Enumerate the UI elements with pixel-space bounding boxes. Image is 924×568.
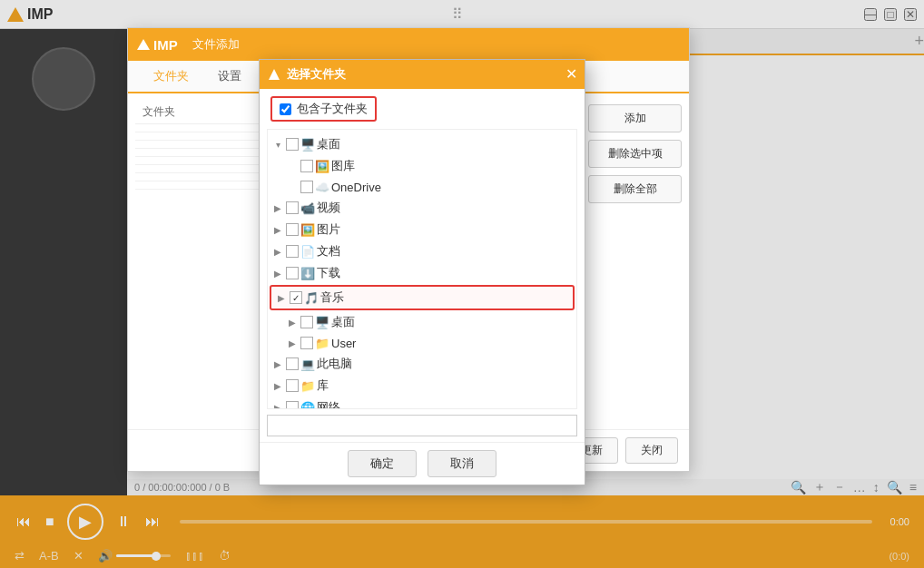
tree-label-desktop2: 桌面 [331,314,355,330]
expand-icon-downloads[interactable]: ▶ [271,269,284,279]
tree-checkbox-documents[interactable] [286,245,299,258]
tree-item-music[interactable]: ▶🎵音乐 [270,285,575,310]
tree-item-downloads[interactable]: ▶⬇️下载 [268,262,576,284]
expand-icon-music[interactable]: ▶ [275,293,288,303]
tree-icon-music: 🎵 [304,290,319,305]
expand-icon-network[interactable]: ▶ [271,403,284,410]
dialog-logo-text: IMP [153,37,178,53]
sf-close-button[interactable]: ✕ [565,67,577,82]
tree-label-network: 网络 [317,399,340,409]
tree-label-library: 库 [317,377,329,394]
tree-icon-documents: 📄 [300,244,315,259]
tree-label-thispc: 此电脑 [317,356,352,372]
expand-icon-desktop[interactable]: ▾ [271,140,284,150]
tree-checkbox-desktop2[interactable] [300,316,313,328]
tree-checkbox-video[interactable] [286,201,299,214]
tree-checkbox-downloads[interactable] [286,267,299,279]
tree-icon-thispc: 💻 [300,357,315,371]
sf-footer-buttons: 确定 取消 [260,442,585,485]
folder-tree: ▾🖥️桌面🖼️图库☁️OneDrive▶📹视频▶🖼️图片▶📄文档▶⬇️下载▶🎵音… [267,129,577,409]
dialog-logo: IMP [137,37,178,53]
tree-label-desktop: 桌面 [317,136,340,152]
tree-label-documents: 文档 [317,243,340,260]
tree-checkbox-desktop[interactable] [286,138,299,151]
path-input[interactable] [267,415,577,436]
tree-icon-user: 📁 [315,336,329,350]
tree-icon-pictures: 🖼️ [300,222,315,237]
expand-icon-video[interactable]: ▶ [271,203,284,213]
expand-icon-user[interactable]: ▶ [286,338,299,348]
expand-icon-thispc[interactable]: ▶ [271,359,284,369]
ok-button[interactable]: 确定 [348,450,417,477]
tree-checkbox-library[interactable] [286,379,299,392]
include-subfolder-checkbox[interactable] [280,103,291,115]
tree-label-images: 图库 [331,158,355,174]
tree-label-video: 视频 [317,200,340,216]
tree-checkbox-images[interactable] [300,160,313,172]
tree-item-thispc[interactable]: ▶💻此电脑 [268,353,576,375]
include-subfolder-label[interactable]: 包含子文件夹 [297,101,368,117]
tree-icon-downloads: ⬇️ [300,266,315,280]
tree-checkbox-network[interactable] [286,401,299,409]
svg-marker-0 [269,69,280,80]
delete-selected-button[interactable]: 删除选中项 [588,140,682,168]
tree-item-documents[interactable]: ▶📄文档 [268,240,576,262]
file-add-title-bar: IMP 文件添加 [128,28,689,61]
tree-item-pictures[interactable]: ▶🖼️图片 [268,219,576,240]
tree-item-onedrive[interactable]: ☁️OneDrive [268,177,576,197]
close-dialog-button[interactable]: 关闭 [625,437,678,464]
cancel-button[interactable]: 取消 [428,450,496,477]
tab-folder[interactable]: 文件夹 [139,61,203,93]
sf-title-bar: 选择文件夹 ✕ [260,60,585,89]
tree-item-network[interactable]: ▶🌐网络 [268,397,576,409]
app-window: IMP ⠿ — □ ✕ Default + 0 [0,0,924,568]
tree-icon-desktop: 🖥️ [300,137,315,152]
tree-icon-images: 🖼️ [315,159,329,173]
dialog-action-panel: 添加 删除选中项 删除全部 [580,93,689,429]
tree-item-library[interactable]: ▶📁库 [268,375,576,397]
tree-label-onedrive: OneDrive [331,181,381,194]
sf-title-text: 选择文件夹 [287,66,560,83]
delete-all-button[interactable]: 删除全部 [588,175,682,203]
add-button[interactable]: 添加 [588,104,682,132]
tree-icon-network: 🌐 [300,400,315,409]
tree-label-downloads: 下载 [317,265,340,281]
tree-checkbox-thispc[interactable] [286,357,299,370]
tree-label-music: 音乐 [320,289,344,306]
tree-label-user: User [331,337,356,350]
tab-settings[interactable]: 设置 [203,61,256,93]
tree-item-desktop2[interactable]: ▶🖥️桌面 [268,311,576,333]
tree-item-desktop[interactable]: ▾🖥️桌面 [268,133,576,155]
expand-icon-pictures[interactable]: ▶ [271,225,284,235]
include-subfolder-container: 包含子文件夹 [270,96,377,122]
tree-item-video[interactable]: ▶📹视频 [268,197,576,219]
tree-label-pictures: 图片 [317,221,340,238]
sf-logo-icon [267,67,281,82]
tree-icon-onedrive: ☁️ [315,180,329,194]
tree-checkbox-pictures[interactable] [286,223,299,236]
tree-checkbox-onedrive[interactable] [300,181,313,193]
tree-item-user[interactable]: ▶📁User [268,333,576,353]
expand-icon-library[interactable]: ▶ [271,381,284,391]
tree-checkbox-music[interactable] [290,291,302,304]
dialog-logo-icon [137,39,150,50]
expand-icon-desktop2[interactable]: ▶ [286,318,299,328]
expand-icon-documents[interactable]: ▶ [271,247,284,257]
file-add-title: 文件添加 [192,36,240,53]
select-folder-dialog: 选择文件夹 ✕ 包含子文件夹 ▾🖥️桌面🖼️图库☁️OneDrive▶📹视频▶🖼… [259,59,585,485]
tree-item-images[interactable]: 🖼️图库 [268,155,576,177]
tree-icon-library: 📁 [300,378,315,393]
tree-checkbox-user[interactable] [300,337,313,349]
tree-icon-video: 📹 [300,201,315,215]
tree-icon-desktop2: 🖥️ [315,315,329,329]
